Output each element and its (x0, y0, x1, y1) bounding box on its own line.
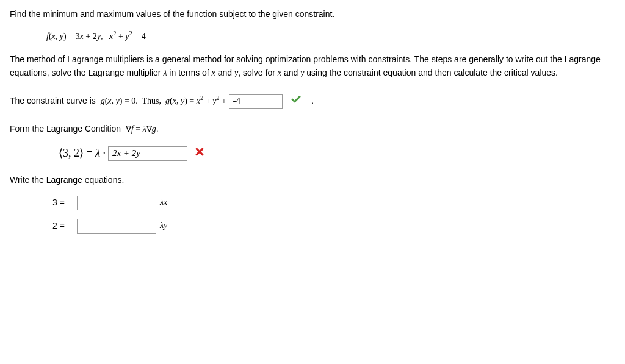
constraint-input[interactable] (229, 94, 283, 109)
cross-icon (195, 147, 204, 160)
eq2-rhs: λy (160, 219, 167, 232)
check-icon (291, 94, 302, 109)
eq2-input[interactable] (77, 219, 156, 234)
constraint-prefix: The constraint curve is (10, 96, 101, 105)
constraint-line: The constraint curve is g(x, y) = 0. Thu… (10, 94, 615, 109)
lagrange-condition-heading: Form the Lagrange Condition ∇f = λ∇g. (10, 122, 615, 136)
lagrange-condition-equation: ⟨3, 2⟩ = λ · (59, 145, 615, 162)
lagrange-eq-row-2: 2 = λy (52, 219, 615, 234)
lagrange-gradient-input[interactable] (108, 146, 187, 161)
eq2-lhs: 2 = (52, 219, 74, 232)
lagrange-eq-row-1: 3 = λx (52, 196, 615, 210)
constraint-suffix: . (311, 96, 314, 105)
lagrange-equations-heading: Write the Lagrange equations. (10, 173, 615, 187)
method-explanation: The method of Lagrange multipliers is a … (10, 52, 615, 80)
function-definition: f(x, y) = 3x + 2y, x2 + y2 = 4 (46, 29, 615, 43)
eq1-lhs: 3 = (52, 196, 74, 209)
problem-instruction: Find the minimum and maximum values of t… (10, 7, 615, 21)
eq1-rhs: λx (160, 196, 167, 209)
eq1-input[interactable] (77, 196, 156, 210)
